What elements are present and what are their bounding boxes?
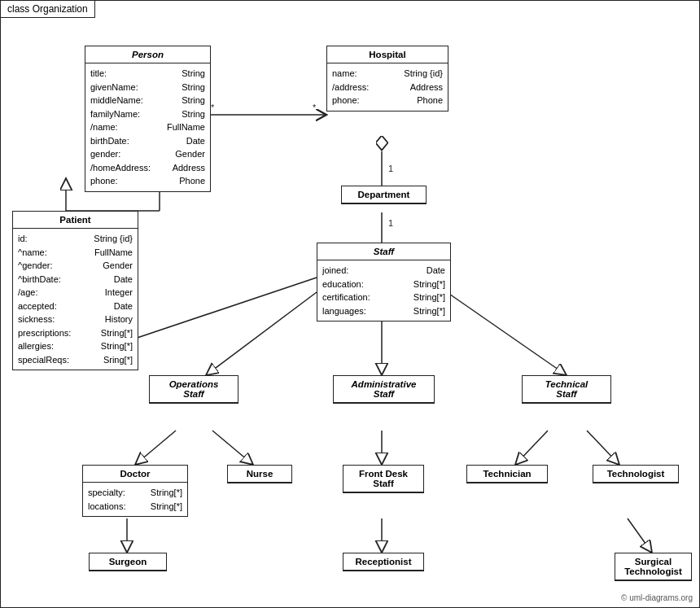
technologist-title: Technologist	[593, 466, 678, 483]
operations-staff-title: Operations Staff	[150, 376, 238, 403]
svg-line-15	[135, 431, 176, 465]
patient-attrs: id:String {id} ^name:FullName ^gender:Ge…	[13, 229, 138, 370]
person-class: Person title:String givenName:String mid…	[85, 46, 211, 192]
surgeon-title: Surgeon	[90, 553, 166, 571]
technician-class: Technician	[466, 465, 548, 483]
hospital-class: Hospital name:String {id} /address:Addre…	[326, 46, 448, 112]
technical-staff-title: Technical Staff	[523, 376, 610, 403]
doctor-class: Doctor specialty:String[*] locations:Str…	[82, 465, 188, 517]
staff-title: Staff	[317, 243, 450, 260]
patient-title: Patient	[13, 212, 138, 229]
person-attrs: title:String givenName:String middleName…	[85, 63, 210, 191]
surgical-technologist-title: Surgical Technologist	[615, 553, 691, 580]
person-title: Person	[85, 46, 210, 63]
administrative-staff-class: Administrative Staff	[333, 375, 435, 404]
administrative-staff-title: Administrative Staff	[334, 376, 434, 403]
svg-line-22	[628, 518, 652, 553]
operations-staff-class: Operations Staff	[149, 375, 238, 404]
technical-staff-class: Technical Staff	[522, 375, 611, 404]
department-class: Department	[341, 186, 427, 204]
patient-class: Patient id:String {id} ^name:FullName ^g…	[12, 211, 138, 370]
svg-line-18	[515, 431, 548, 465]
receptionist-class: Receptionist	[343, 553, 424, 571]
svg-text:1: 1	[388, 164, 393, 173]
svg-line-16	[212, 431, 253, 465]
doctor-attrs: specialty:String[*] locations:String[*]	[83, 483, 187, 516]
svg-line-19	[587, 431, 619, 465]
svg-text:*: *	[211, 103, 215, 112]
doctor-title: Doctor	[83, 466, 187, 483]
copyright: © uml-diagrams.org	[621, 593, 693, 602]
svg-line-12	[206, 292, 317, 375]
front-desk-staff-title: Front Desk Staff	[343, 466, 423, 492]
staff-attrs: joined:Date education:String[*] certific…	[317, 260, 450, 321]
surgical-technologist-class: Surgical Technologist	[615, 553, 692, 581]
staff-class: Staff joined:Date education:String[*] ce…	[317, 243, 451, 321]
department-title: Department	[342, 186, 426, 203]
hospital-title: Hospital	[327, 46, 448, 63]
hospital-attrs: name:String {id} /address:Address phone:…	[327, 63, 448, 111]
svg-line-14	[447, 292, 567, 375]
front-desk-staff-class: Front Desk Staff	[343, 465, 424, 493]
nurse-class: Nurse	[227, 465, 292, 483]
diagram-title: class Organization	[1, 1, 95, 18]
technologist-class: Technologist	[593, 465, 679, 483]
nurse-title: Nurse	[228, 466, 291, 483]
svg-text:*: *	[313, 103, 317, 112]
technician-title: Technician	[467, 466, 547, 483]
surgeon-class: Surgeon	[89, 553, 167, 571]
diagram-container: class Organization * * 1 *	[0, 0, 700, 608]
receptionist-title: Receptionist	[343, 553, 423, 571]
svg-text:1: 1	[388, 218, 393, 228]
